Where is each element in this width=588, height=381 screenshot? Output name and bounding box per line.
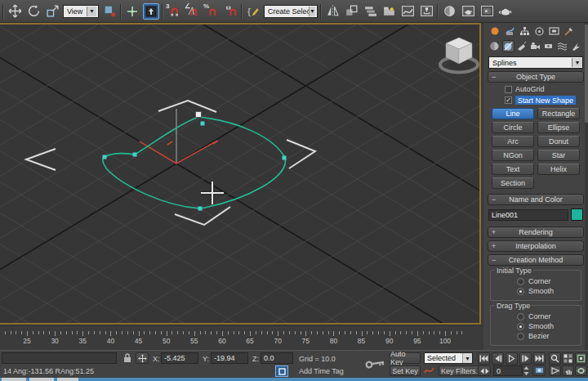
tab-utilities-icon[interactable] bbox=[562, 25, 575, 38]
tab-display-icon[interactable] bbox=[547, 25, 560, 38]
auto-key-button[interactable]: Auto Key bbox=[390, 352, 421, 364]
object-name-field[interactable]: Line001 bbox=[488, 209, 568, 221]
play-button[interactable] bbox=[506, 352, 518, 365]
go-to-end-button[interactable] bbox=[533, 352, 546, 365]
viewcube[interactable] bbox=[440, 38, 478, 73]
category-shapes-icon[interactable] bbox=[502, 40, 514, 52]
initial-smooth-radio[interactable] bbox=[517, 288, 524, 295]
angle-snap-toggle-icon[interactable]: ∠ bbox=[185, 3, 201, 20]
rendered-frame-window-icon[interactable] bbox=[479, 3, 495, 20]
start-new-shape-label[interactable]: Start New Shape bbox=[515, 96, 576, 105]
rollout-interpolation[interactable]: + Interpolation bbox=[488, 240, 584, 252]
layer-manager-icon[interactable] bbox=[362, 3, 378, 20]
mini-listener[interactable] bbox=[2, 352, 117, 364]
star-button[interactable]: Star bbox=[537, 150, 580, 161]
use-pivot-center-icon[interactable] bbox=[101, 3, 118, 20]
category-helpers-icon[interactable] bbox=[543, 40, 555, 52]
select-and-manipulate-icon[interactable] bbox=[124, 3, 140, 20]
track-bar-tick bbox=[88, 331, 89, 334]
orbit-icon[interactable] bbox=[575, 365, 587, 376]
selection-lock-icon[interactable] bbox=[122, 352, 132, 365]
select-and-move-icon[interactable] bbox=[7, 3, 23, 20]
category-lights-icon[interactable] bbox=[516, 40, 528, 52]
track-bar[interactable]: 253035404550556065707580859095100 bbox=[0, 325, 481, 351]
pan-hand-icon[interactable] bbox=[562, 365, 574, 376]
select-and-scale-icon[interactable] bbox=[44, 3, 60, 20]
circle-button[interactable]: Circle bbox=[492, 122, 534, 133]
curve-editor-icon[interactable] bbox=[399, 3, 416, 20]
track-bar-tick bbox=[395, 331, 396, 334]
perspective-viewport[interactable] bbox=[0, 23, 481, 325]
schematic-view-icon[interactable] bbox=[418, 3, 434, 20]
ngon-button[interactable]: NGon bbox=[492, 150, 534, 161]
autogrid-checkbox[interactable] bbox=[505, 86, 512, 93]
video-progress-strip[interactable] bbox=[0, 378, 588, 381]
start-new-shape-checkbox[interactable]: ✓ bbox=[505, 96, 512, 104]
panel-scrollbar[interactable] bbox=[585, 23, 588, 350]
snap-toggle-3d-icon[interactable]: 3 bbox=[166, 3, 182, 20]
reference-coordinate-dropdown[interactable]: View ▼ bbox=[63, 5, 99, 18]
drag-smooth-radio[interactable] bbox=[517, 323, 524, 330]
current-frame-field[interactable]: 0 bbox=[493, 365, 523, 376]
key-selection-dropdown[interactable]: Selected ▼ bbox=[424, 352, 473, 364]
time-configuration-icon[interactable] bbox=[532, 365, 546, 376]
text-button[interactable]: Text bbox=[492, 164, 534, 175]
rollout-object-type[interactable]: − Object Type bbox=[488, 71, 584, 83]
grid-size-label: Grid = 10.0 bbox=[299, 355, 336, 363]
rectangle-button[interactable]: Rectangle bbox=[537, 108, 580, 119]
zoom-tool-icon[interactable] bbox=[549, 352, 561, 365]
tab-hierarchy-icon[interactable] bbox=[518, 25, 531, 38]
mirror-icon[interactable] bbox=[324, 3, 341, 20]
initial-corner-radio[interactable] bbox=[517, 278, 524, 285]
named-selection-set-dropdown[interactable]: Create Selection Se ▼ bbox=[264, 5, 318, 18]
isolate-selection-toggle[interactable] bbox=[275, 365, 288, 377]
track-bar-tick bbox=[38, 331, 39, 334]
set-key-button[interactable]: Set Key bbox=[390, 365, 421, 376]
donut-button[interactable]: Donut bbox=[537, 136, 580, 147]
line-button[interactable]: Line bbox=[492, 108, 534, 119]
graphite-modeling-icon[interactable] bbox=[381, 3, 397, 20]
default-in-out-tangents-icon[interactable] bbox=[424, 365, 435, 378]
select-and-rotate-icon[interactable] bbox=[25, 3, 42, 20]
arc-button[interactable]: Arc bbox=[492, 136, 534, 147]
render-production-icon[interactable] bbox=[497, 3, 514, 20]
absolute-offset-mode-icon[interactable] bbox=[136, 352, 149, 364]
go-to-start-button[interactable] bbox=[478, 352, 490, 365]
ellipse-button[interactable]: Ellipse bbox=[537, 122, 580, 133]
percent-snap-toggle-icon[interactable]: % bbox=[203, 3, 220, 20]
drag-bezier-radio[interactable] bbox=[517, 333, 524, 340]
tab-create-icon[interactable] bbox=[488, 25, 501, 38]
previous-frame-button[interactable] bbox=[492, 352, 504, 365]
category-space-warps-icon[interactable] bbox=[556, 40, 568, 52]
add-time-tag[interactable]: Add Time Tag bbox=[299, 367, 344, 375]
next-frame-button[interactable] bbox=[519, 352, 532, 365]
drag-corner-radio[interactable] bbox=[517, 313, 524, 320]
align-icon[interactable] bbox=[343, 3, 359, 20]
section-button[interactable]: Section bbox=[492, 177, 534, 189]
rollout-rendering[interactable]: + Rendering bbox=[488, 226, 584, 238]
x-coordinate-field[interactable]: -5.425 bbox=[161, 352, 198, 364]
category-geometry-icon[interactable] bbox=[488, 40, 501, 52]
z-coordinate-field[interactable]: 0.0 bbox=[261, 352, 293, 364]
y-coordinate-field[interactable]: -19.94 bbox=[211, 352, 248, 364]
field-of-view-icon[interactable] bbox=[549, 365, 561, 376]
material-editor-icon[interactable] bbox=[441, 3, 457, 20]
render-setup-icon[interactable] bbox=[460, 3, 476, 20]
frame-spinner[interactable] bbox=[523, 365, 530, 376]
tab-modify-icon[interactable] bbox=[503, 25, 516, 38]
rollout-creation-method[interactable]: − Creation Method bbox=[488, 254, 584, 266]
spinner-snap-toggle-icon[interactable] bbox=[222, 3, 238, 20]
tab-motion-icon[interactable] bbox=[532, 25, 546, 38]
track-bar-tick bbox=[439, 331, 440, 334]
keyboard-shortcut-override-toggle[interactable] bbox=[143, 3, 159, 20]
helix-button[interactable]: Helix bbox=[537, 164, 580, 175]
key-mode-toggle[interactable] bbox=[478, 365, 491, 376]
category-systems-icon[interactable] bbox=[570, 40, 582, 52]
rollout-name-and-color[interactable]: − Name and Color bbox=[488, 194, 584, 205]
zoom-all-icon[interactable] bbox=[562, 352, 574, 365]
zoom-extents-icon[interactable] bbox=[575, 352, 587, 365]
category-cameras-icon[interactable] bbox=[529, 40, 541, 52]
object-color-swatch[interactable] bbox=[571, 208, 583, 221]
spline-category-dropdown[interactable]: Splines ▼ bbox=[488, 56, 583, 69]
edit-named-selection-sets-icon[interactable]: { bbox=[245, 3, 261, 20]
